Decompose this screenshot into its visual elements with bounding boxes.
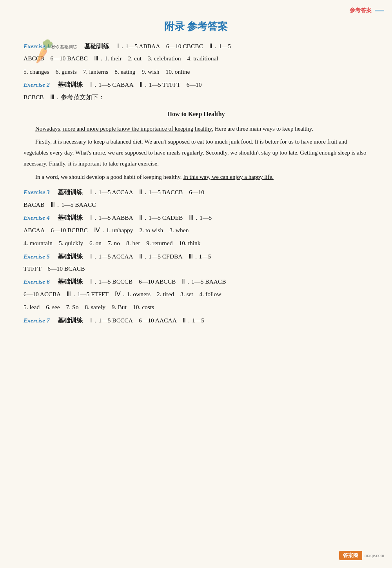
exercise-3-block: Exercise 3 基础训练 Ⅰ．1—5 ACCAA Ⅱ．1—5 BACCB … <box>24 186 368 198</box>
exercise-1-sublabel: 基础训练 <box>78 43 116 49</box>
exercise-4-answers2: ABCAA 6—10 BCBBC Ⅳ．1. unhappy 2. to wish… <box>24 227 189 233</box>
exercise-1-line2-block: ABCCB 6—10 BACBC Ⅲ．1. their 2. cut 3. ce… <box>24 53 368 64</box>
exercise-1-answers2: 5. changes 6. guests 7. lanterns 8. eati… <box>24 68 190 75</box>
exercise-4-answers3: 4. mountain 5. quickly 6. on 7. no 8. he… <box>24 240 201 246</box>
exercise-5-sublabel: 基础训练 <box>51 253 89 260</box>
essay-underline-1: Nowadays, more and more people know the … <box>35 126 213 132</box>
exercise-1-block: Exercise 1 秒杀基础训练 基础训练 Ⅰ．1—5 ABBAA 6—10 … <box>24 40 368 52</box>
exercise-6-block: Exercise 6 基础训练 Ⅰ．1—5 BCCCB 6—10 ABCCB Ⅱ… <box>24 276 368 287</box>
essay-para-3: In a word, we should develop a good habi… <box>24 172 368 183</box>
exercise-7-sublabel: 基础训练 <box>51 317 89 324</box>
exercise-2-answers2: BCBCB Ⅲ．参考范文如下： <box>24 94 105 100</box>
top-badge <box>375 10 384 11</box>
exercise-5-label: Exercise 5 <box>24 253 50 260</box>
exercise-4-line3-block: 4. mountain 5. quickly 6. on 7. no 8. he… <box>24 237 368 249</box>
answer-label: 参考答案 <box>350 7 372 14</box>
exercise-4-label: Exercise 4 <box>24 214 50 221</box>
exercise-6-answers3: 5. lead 6. see 7. So 8. safely 9. But 10… <box>24 304 154 310</box>
exercise-6-line2-block: 6—10 ACCBA Ⅲ．1—5 FTFFT Ⅳ．1. owners 2. ti… <box>24 288 368 300</box>
essay-underline-2: In this way, we can enjoy a happy life. <box>183 174 274 180</box>
essay-title: How to Keep Healthy <box>24 108 368 120</box>
exercise-3-answers2: BACAB Ⅲ．1—5 BAACC <box>24 201 96 208</box>
exercise-3-label: Exercise 3 <box>24 189 50 195</box>
exercise-2-answers1: Ⅰ．1—5 CABAA Ⅱ．1—5 TTFFT 6—10 <box>90 81 201 88</box>
exercise-6-line3-block: 5. lead 6. see 7. So 8. safely 9. But 10… <box>24 301 368 313</box>
essay-para-1: Nowadays, more and more people know the … <box>24 124 368 135</box>
exercise-3-answers1: Ⅰ．1—5 ACCAA Ⅱ．1—5 BACCB 6—10 <box>90 189 204 195</box>
essay-para-3-start: In a word, we should develop a good habi… <box>35 174 183 180</box>
watermark-label: 答案圈 <box>339 551 362 560</box>
essay-para-2: Firstly, it is necessary to keep a balan… <box>24 137 368 169</box>
exercise-5-line2-block: TTFFT 6—10 BCACB <box>24 263 368 274</box>
exercise-7-block: Exercise 7 基础训练 Ⅰ．1—5 BCCCA 6—10 AACAA Ⅱ… <box>24 315 368 326</box>
exercise-2-line2-block: BCBCB Ⅲ．参考范文如下： <box>24 91 368 103</box>
exercise-3-sublabel: 基础训练 <box>51 189 89 195</box>
top-right-label: 参考答案 <box>350 7 384 14</box>
exercise-6-sublabel: 基础训练 <box>51 278 89 285</box>
exercise-4-block: Exercise 4 基础训练 Ⅰ．1—5 AABBA Ⅱ．1—5 CADEB … <box>24 212 368 223</box>
exercise-4-line2-block: ABCAA 6—10 BCBBC Ⅳ．1. unhappy 2. to wish… <box>24 224 368 236</box>
exercise-3-line2-block: BACAB Ⅲ．1—5 BAACC <box>24 199 368 210</box>
exercise-6-answers2: 6—10 ACCBA Ⅲ．1—5 FTFFT Ⅳ．1. owners 2. ti… <box>24 291 221 297</box>
essay-section: How to Keep Healthy Nowadays, more and m… <box>24 108 368 182</box>
exercise-7-label: Exercise 7 <box>24 317 50 324</box>
bottom-watermark: 答案圈 mxqe.com <box>339 551 384 560</box>
exercise-6-answers1: Ⅰ．1—5 BCCCB 6—10 ABCCB Ⅱ．1—5 BAACB <box>90 278 226 285</box>
essay-para-2-text: Firstly, it is necessary to keep a balan… <box>24 138 366 167</box>
essay-para-1-rest: Here are three main ways to keep healthy… <box>215 126 313 132</box>
exercise-5-answers1: Ⅰ．1—5 ACCAA Ⅱ．1—5 CFDBA Ⅲ．1—5 <box>90 253 211 260</box>
exercise-5-answers2: TTFFT 6—10 BCACB <box>24 265 85 272</box>
exercise-7-answers1: Ⅰ．1—5 BCCCA 6—10 AACAA Ⅱ．1—5 <box>90 317 204 324</box>
page-title: 附录 参考答案 <box>24 20 368 33</box>
page: 参考答案 🥕 附录 参考答案 Exercise 1 秒杀基础训练 基础训练 Ⅰ．… <box>0 0 392 568</box>
content-block: Exercise 1 秒杀基础训练 基础训练 Ⅰ．1—5 ABBAA 6—10 … <box>24 40 368 326</box>
exercise-2-block: Exercise 2 基础训练 Ⅰ．1—5 CABAA Ⅱ．1—5 TTFFT … <box>24 79 368 90</box>
exercise-1-line1: Ⅰ．1—5 ABBAA 6—10 CBCBC Ⅱ．1—5 <box>117 43 231 49</box>
exercise-2-sublabel: 基础训练 <box>51 81 89 88</box>
exercise-4-sublabel: 基础训练 <box>51 214 89 221</box>
watermark-url: mxqe.com <box>365 553 384 559</box>
essay-title-text: How to Keep Healthy <box>167 111 225 117</box>
exercise-5-block: Exercise 5 基础训练 Ⅰ．1—5 ACCAA Ⅱ．1—5 CFDBA … <box>24 251 368 262</box>
exercise-1-line3-block: 5. changes 6. guests 7. lanterns 8. eati… <box>24 66 368 77</box>
exercise-6-label: Exercise 6 <box>24 278 50 285</box>
exercise-4-answers1: Ⅰ．1—5 AABBA Ⅱ．1—5 CADEB Ⅲ．1—5 <box>90 214 212 221</box>
exercise-2-label: Exercise 2 <box>24 81 50 88</box>
